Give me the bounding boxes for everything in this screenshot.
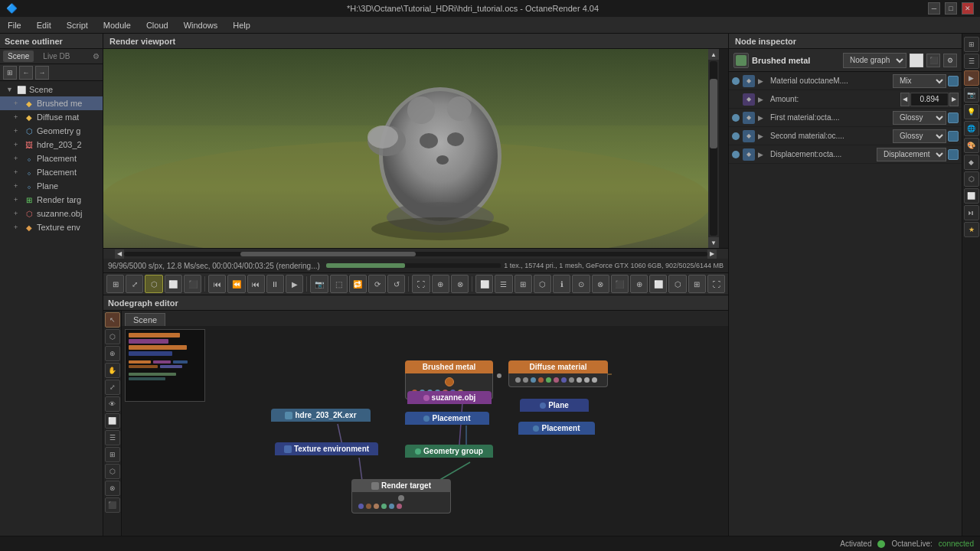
icon-bar-render[interactable]: ▶: [964, 70, 979, 86]
scroll-down-arrow[interactable]: ▼: [708, 237, 719, 248]
tree-item-scene[interactable]: ▼ ⬜ Scene: [0, 83, 103, 96]
diff-port-1[interactable]: [515, 377, 521, 383]
maximize-button[interactable]: □: [945, 2, 957, 15]
icon-bar-star[interactable]: ★: [964, 222, 979, 237]
icon-bar-post[interactable]: 🎨: [964, 138, 979, 153]
minimize-button[interactable]: ─: [928, 2, 940, 15]
vp-btn-play[interactable]: ⏮: [247, 275, 265, 293]
ng-tool-preview[interactable]: 👁: [105, 396, 120, 412]
vp-btn-aov[interactable]: ⬡: [534, 275, 551, 293]
icon-bar-1[interactable]: ⊞: [964, 37, 979, 52]
close-button[interactable]: ✕: [962, 2, 974, 15]
diff-port-8[interactable]: [569, 377, 574, 383]
vp-btn-more2[interactable]: ⊗: [592, 275, 609, 293]
tree-item-geometry[interactable]: + ⬡ Geometry g: [0, 124, 103, 138]
tree-item-placement2[interactable]: + ⬦ Placement: [0, 165, 103, 179]
node-suzanne[interactable]: suzanne.obj: [407, 391, 492, 404]
viewport-scrollbar-v[interactable]: ▲ ▼: [708, 49, 719, 248]
ng-tool-6[interactable]: ☰: [105, 430, 120, 445]
inspector-white-btn[interactable]: [910, 54, 923, 67]
ng-tool-pan[interactable]: ✋: [105, 363, 120, 378]
node-plane[interactable]: Plane: [520, 399, 589, 412]
vp-btn-lock[interactable]: ↺: [387, 275, 405, 293]
menu-cloud[interactable]: Cloud: [139, 17, 176, 33]
inspector-settings-btn[interactable]: ⚙: [943, 54, 957, 67]
vp-btn-more7[interactable]: ⊞: [688, 275, 706, 293]
diff-port-3[interactable]: [531, 377, 536, 383]
node-geometry-group[interactable]: Geometry group: [405, 445, 493, 458]
outliner-tool-3[interactable]: →: [35, 66, 49, 80]
vp-btn-more3[interactable]: ⬛: [611, 275, 629, 293]
ng-tool-select[interactable]: ↖: [105, 312, 120, 328]
ng-tool-zoom[interactable]: ⊕: [105, 346, 120, 361]
node-placement2[interactable]: Placement: [518, 422, 595, 435]
icon-bar-mat[interactable]: ◆: [964, 155, 979, 170]
vp-btn-zoom-out[interactable]: ⊗: [451, 275, 469, 293]
icon-bar-light[interactable]: 💡: [964, 104, 979, 119]
diff-port-2[interactable]: [523, 377, 528, 383]
tree-item-texture-env[interactable]: + ◆ Texture env: [0, 220, 103, 234]
ng-tool-10[interactable]: ⬛: [105, 497, 120, 513]
vp-btn-view2[interactable]: 🔁: [349, 275, 367, 293]
outliner-tool-1[interactable]: ⊞: [3, 66, 17, 80]
viewport-scrollbar-h[interactable]: ◀ ▶: [103, 248, 728, 259]
tree-item-render-target[interactable]: + ⊞ Render targ: [0, 193, 103, 207]
vp-btn-info[interactable]: ℹ: [553, 275, 570, 293]
inspector-row-material-out[interactable]: ◆ ▶ Material outoctaneM.... Mix: [729, 72, 962, 90]
inspector-row-second-mat[interactable]: ◆ ▶ Second material:oc.... Glossy: [729, 127, 962, 145]
node-texture-env[interactable]: Texture environment: [275, 442, 378, 455]
row-dropdown-1[interactable]: Mix: [893, 74, 946, 88]
row-dropdown-3[interactable]: Glossy: [893, 111, 946, 125]
tree-item-brushed-metal[interactable]: + ◆ Brushed me: [0, 96, 103, 110]
vp-btn-prev[interactable]: ⏮: [208, 275, 226, 293]
vp-btn-wire[interactable]: ⬛: [184, 275, 201, 293]
inspector-row-displacement[interactable]: ◆ ▶ Displacement:octa.... Displacement: [729, 145, 962, 164]
rt-port-1[interactable]: [358, 504, 364, 509]
rt-port-2[interactable]: [366, 504, 371, 509]
ng-tool-node[interactable]: ⬡: [105, 329, 120, 344]
icon-bar-tex[interactable]: ⬜: [964, 188, 979, 204]
menu-script[interactable]: Script: [59, 17, 96, 33]
vp-btn-grid[interactable]: ⊞: [106, 275, 124, 293]
vp-btn-render[interactable]: ⬡: [145, 275, 162, 293]
ng-tool-connect[interactable]: ⤢: [105, 380, 120, 395]
scroll-right-arrow[interactable]: ▶: [707, 249, 717, 259]
rt-port-6[interactable]: [397, 504, 402, 509]
menu-edit[interactable]: Edit: [29, 17, 59, 33]
icon-bar-anim[interactable]: ⏯: [964, 205, 979, 220]
icon-bar-env[interactable]: 🌐: [964, 121, 979, 136]
diff-port-5[interactable]: [546, 377, 551, 383]
viewport-canvas[interactable]: [103, 49, 708, 248]
row-dropdown-4[interactable]: Glossy: [893, 129, 946, 143]
vp-btn-cam[interactable]: 📷: [310, 275, 328, 293]
vp-btn-more1[interactable]: ⊙: [572, 275, 590, 293]
icon-bar-2[interactable]: ☰: [964, 54, 979, 69]
tree-item-suzanne[interactable]: + ⬡ suzanne.obj: [0, 207, 103, 220]
vp-btn-view1[interactable]: ⬚: [330, 275, 348, 293]
tab-livedb[interactable]: Live DB: [38, 51, 74, 62]
node-render-target[interactable]: Render target: [351, 479, 451, 514]
outliner-tool-2[interactable]: ←: [19, 66, 33, 80]
menu-file[interactable]: File: [0, 17, 29, 33]
inspector-expand-btn[interactable]: ⬛: [926, 54, 940, 67]
vp-btn-view3[interactable]: ⟳: [368, 275, 386, 293]
tab-scene[interactable]: Scene: [3, 51, 34, 62]
node-placement1[interactable]: Placement: [405, 412, 489, 425]
rt-port-5[interactable]: [389, 504, 394, 509]
vp-btn-mat[interactable]: ⬜: [165, 275, 182, 293]
scroll-up-arrow[interactable]: ▲: [708, 49, 719, 60]
menu-windows[interactable]: Windows: [176, 17, 226, 33]
ng-tool-5[interactable]: ⬜: [105, 413, 120, 429]
vp-btn-zoom-fit[interactable]: ⛶: [412, 275, 430, 293]
icon-bar-cam[interactable]: 📷: [964, 87, 979, 103]
scrollbar-thumb-h[interactable]: [240, 252, 416, 256]
amount-dec[interactable]: ◀: [900, 93, 910, 106]
ng-tool-8[interactable]: ⬡: [105, 464, 120, 479]
rt-port-3[interactable]: [374, 504, 379, 509]
vp-btn-play-fwd[interactable]: ▶: [286, 275, 303, 293]
tree-item-hdre[interactable]: + 🖼 hdre_203_2: [0, 138, 103, 152]
scroll-left-arrow[interactable]: ◀: [115, 249, 124, 259]
vp-btn-tone[interactable]: ☰: [495, 275, 512, 293]
vp-btn-step-back[interactable]: ⏪: [227, 275, 245, 293]
row-dropdown-5[interactable]: Displacement: [877, 148, 946, 161]
